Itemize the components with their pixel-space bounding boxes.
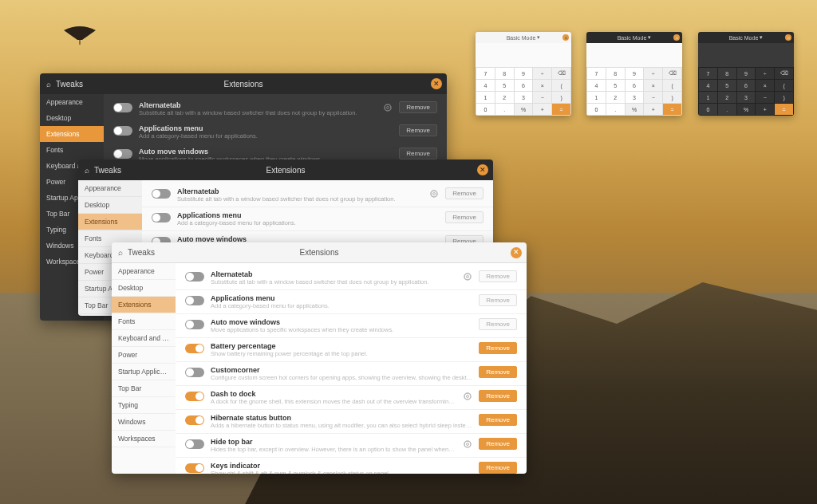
gear-icon[interactable] (429, 189, 439, 199)
toggle-switch[interactable] (185, 463, 204, 473)
calc-key-×[interactable]: × (533, 80, 551, 91)
calc-key-.[interactable]: . (495, 104, 514, 115)
calc-mode-label[interactable]: Basic Mode (618, 35, 647, 41)
calc-key-)[interactable]: ) (775, 92, 793, 103)
calc-key-1[interactable]: 1 (476, 92, 495, 103)
remove-button[interactable]: Remove (445, 187, 483, 199)
calc-key-9[interactable]: 9 (737, 68, 756, 79)
gear-icon[interactable] (463, 439, 472, 449)
calc-key-([interactable]: ( (775, 80, 793, 91)
calc-key-([interactable]: ( (663, 80, 681, 91)
calc-key-⌫[interactable]: ⌫ (775, 68, 793, 79)
sidebar-item-fonts[interactable]: Fonts (40, 142, 104, 158)
calc-key-2[interactable]: 2 (495, 92, 514, 103)
close-icon[interactable]: ✕ (562, 34, 569, 41)
calc-key-%[interactable]: % (626, 104, 644, 115)
gear-icon[interactable] (383, 103, 393, 112)
sidebar-item-typing[interactable]: Typing (112, 397, 176, 414)
calc-key-6[interactable]: 6 (626, 80, 644, 91)
calc-key-+[interactable]: + (644, 104, 662, 115)
sidebar-item-keyboard-and-mouse[interactable]: Keyboard and Mouse (112, 330, 176, 347)
calc-key-2[interactable]: 2 (606, 92, 625, 103)
calc-key-%[interactable]: % (515, 104, 533, 115)
sidebar-item-top-bar[interactable]: Top Bar (112, 380, 176, 397)
search-icon[interactable]: ⌕ (46, 80, 51, 89)
toggle-switch[interactable] (185, 344, 204, 353)
toggle-switch[interactable] (185, 296, 204, 305)
calc-key-0[interactable]: 0 (587, 104, 606, 115)
calc-key-6[interactable]: 6 (515, 80, 533, 91)
calc-key-3[interactable]: 3 (737, 92, 756, 103)
calc-key-8[interactable]: 8 (495, 68, 514, 79)
calc-key-0[interactable]: 0 (699, 104, 717, 115)
close-icon[interactable]: ✕ (511, 247, 522, 258)
remove-button[interactable]: Remove (445, 211, 483, 223)
sidebar-item-desktop[interactable]: Desktop (40, 110, 104, 126)
calc-key-9[interactable]: 9 (626, 68, 644, 79)
calc-key-3[interactable]: 3 (515, 92, 533, 103)
sidebar-item-extensions[interactable]: Extensions (78, 214, 142, 230)
calc-key-1[interactable]: 1 (587, 92, 606, 103)
calc-key-+[interactable]: + (533, 104, 551, 115)
sidebar-item-appearance[interactable]: Appearance (40, 94, 104, 110)
calc-key-6[interactable]: 6 (737, 80, 756, 91)
sidebar-item-desktop[interactable]: Desktop (78, 197, 142, 214)
sidebar-item-appearance[interactable]: Appearance (78, 180, 142, 197)
close-icon[interactable]: ✕ (431, 78, 442, 89)
remove-button[interactable]: Remove (399, 101, 437, 113)
calc-key-0[interactable]: 0 (476, 104, 495, 115)
calc-key-=[interactable]: = (663, 104, 681, 115)
calc-key-×[interactable]: × (644, 80, 662, 91)
calc-key-)[interactable]: ) (663, 92, 681, 103)
calc-key-=[interactable]: = (552, 104, 570, 115)
toggle-switch[interactable] (113, 103, 132, 112)
sidebar-item-desktop[interactable]: Desktop (112, 280, 176, 297)
calc-key-+[interactable]: + (756, 104, 774, 115)
toggle-switch[interactable] (185, 439, 204, 449)
calc-key-÷[interactable]: ÷ (644, 68, 662, 79)
calc-key-4[interactable]: 4 (699, 80, 717, 91)
calc-key-÷[interactable]: ÷ (533, 68, 551, 79)
remove-button[interactable]: Remove (479, 342, 517, 354)
calc-key-7[interactable]: 7 (476, 68, 495, 79)
sidebar-item-power[interactable]: Power (112, 347, 176, 364)
calc-key-%[interactable]: % (737, 104, 756, 115)
calc-key-−[interactable]: − (644, 92, 662, 103)
calc-display[interactable] (586, 43, 682, 67)
close-icon[interactable]: ✕ (477, 164, 488, 175)
sidebar-item-fonts[interactable]: Fonts (112, 313, 176, 330)
toggle-switch[interactable] (152, 213, 171, 222)
remove-button[interactable]: Remove (479, 294, 517, 306)
toggle-switch[interactable] (185, 392, 204, 401)
sidebar-item-workspaces[interactable]: Workspaces (112, 431, 176, 447)
remove-button[interactable]: Remove (399, 148, 437, 159)
sidebar-item-appearance[interactable]: Appearance (112, 263, 176, 280)
calc-key-.[interactable]: . (606, 104, 625, 115)
calc-key-⌫[interactable]: ⌫ (663, 68, 681, 79)
calc-key-9[interactable]: 9 (515, 68, 533, 79)
calc-mode-label[interactable]: Basic Mode (729, 35, 759, 41)
calc-key-1[interactable]: 1 (699, 92, 717, 103)
sidebar-item-windows[interactable]: Windows (112, 414, 176, 431)
close-icon[interactable]: ✕ (785, 34, 791, 41)
calc-key-=[interactable]: = (775, 104, 793, 115)
remove-button[interactable]: Remove (479, 414, 517, 426)
remove-button[interactable]: Remove (479, 462, 517, 474)
remove-button[interactable]: Remove (399, 124, 437, 136)
toggle-switch[interactable] (152, 189, 171, 199)
gear-icon[interactable] (463, 272, 472, 282)
calc-key-−[interactable]: − (533, 92, 551, 103)
toggle-switch[interactable] (113, 149, 132, 159)
search-icon[interactable]: ⌕ (118, 248, 123, 257)
remove-button[interactable]: Remove (479, 270, 517, 282)
toggle-switch[interactable] (185, 320, 204, 329)
sidebar-item-startup-applications[interactable]: Startup Applications (112, 364, 176, 380)
calc-mode-label[interactable]: Basic Mode (507, 35, 536, 41)
calc-key-8[interactable]: 8 (718, 68, 736, 79)
calc-key-.[interactable]: . (718, 104, 736, 115)
calc-key-÷[interactable]: ÷ (756, 68, 774, 79)
remove-button[interactable]: Remove (479, 438, 517, 450)
toggle-switch[interactable] (185, 272, 204, 282)
calc-key-5[interactable]: 5 (718, 80, 736, 91)
calc-key-7[interactable]: 7 (699, 68, 717, 79)
